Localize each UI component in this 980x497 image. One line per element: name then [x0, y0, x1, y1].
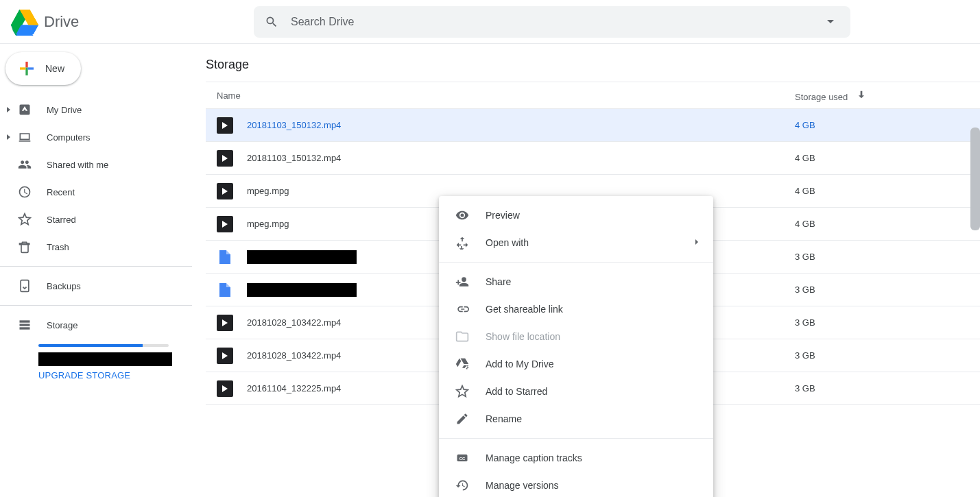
- redacted-filename: [247, 283, 357, 297]
- menu-rename[interactable]: Rename: [439, 405, 713, 433]
- search-bar[interactable]: [254, 6, 850, 38]
- menu-share[interactable]: Share: [439, 268, 713, 295]
- table-row[interactable]: 20181103_150132.mp44 GB: [206, 142, 980, 175]
- shared-icon: [16, 156, 33, 173]
- nav-label: Computers: [47, 132, 91, 143]
- video-icon: [217, 183, 233, 199]
- svg-rect-7: [20, 324, 30, 326]
- nav-label: Trash: [47, 242, 69, 252]
- svg-rect-8: [20, 327, 30, 329]
- menu-manage-versions[interactable]: Manage versions: [439, 472, 713, 497]
- eye-icon: [455, 208, 469, 222]
- file-size: 4 GB: [795, 153, 980, 163]
- scrollbar[interactable]: [970, 128, 980, 230]
- menu-preview[interactable]: Preview: [439, 202, 713, 229]
- file-name: 20181028_103422.mp4: [247, 317, 341, 328]
- menu-show-file-location: Show file location: [439, 323, 713, 350]
- file-size: 3 GB: [795, 284, 980, 295]
- plus-icon: [16, 58, 37, 79]
- file-size: 4 GB: [795, 120, 980, 130]
- nav-label: My Drive: [47, 105, 82, 115]
- context-menu: Preview Open with Share Get shareable li…: [439, 196, 713, 497]
- file-name: 20181028_103422.mp4: [247, 350, 341, 361]
- storage-quota-redacted: [38, 352, 172, 366]
- app-name: Drive: [44, 13, 79, 31]
- video-icon: [217, 380, 233, 397]
- redacted-filename: [247, 250, 357, 264]
- sidebar-item-computers[interactable]: Computers: [0, 123, 192, 151]
- star-icon: [455, 385, 469, 398]
- menu-get-link[interactable]: Get shareable link: [439, 295, 713, 323]
- trash-icon: [16, 239, 33, 255]
- search-options-dropdown-icon[interactable]: [827, 20, 834, 23]
- document-icon: [217, 249, 233, 265]
- drive-logo[interactable]: Drive: [8, 8, 171, 36]
- separator: [0, 305, 192, 306]
- menu-open-with[interactable]: Open with: [439, 229, 713, 256]
- svg-text:CC: CC: [459, 457, 466, 461]
- table-header: Name Storage used: [206, 82, 980, 109]
- menu-add-to-my-drive[interactable]: Add to My Drive: [439, 350, 713, 378]
- menu-add-to-starred[interactable]: Add to Starred: [439, 378, 713, 405]
- separator: [439, 438, 713, 439]
- search-icon: [265, 15, 278, 29]
- sidebar-item-backups[interactable]: Backups: [0, 272, 192, 300]
- sidebar-item-starred[interactable]: Starred: [0, 206, 192, 233]
- column-storage-used[interactable]: Storage used: [795, 89, 980, 102]
- svg-rect-6: [20, 320, 30, 322]
- file-name: 20181103_150132.mp4: [247, 120, 341, 130]
- video-icon: [217, 216, 233, 232]
- cc-icon: CC: [455, 451, 469, 465]
- link-icon: [455, 302, 469, 316]
- search-input[interactable]: [289, 15, 827, 29]
- file-size: 3 GB: [795, 383, 980, 393]
- nav-label: Recent: [47, 187, 75, 197]
- sort-descending-icon: [856, 89, 867, 100]
- drive-add-icon: [455, 357, 469, 371]
- sidebar-item-recent[interactable]: Recent: [0, 178, 192, 206]
- person-add-icon: [455, 275, 469, 289]
- sidebar-item-storage[interactable]: Storage: [0, 311, 192, 339]
- nav-label: Backups: [47, 281, 81, 291]
- separator: [0, 266, 192, 267]
- file-size: 3 GB: [795, 252, 980, 262]
- file-size: 3 GB: [795, 350, 980, 361]
- clock-icon: [16, 184, 33, 200]
- sidebar-item-my-drive[interactable]: My Drive: [0, 96, 192, 123]
- expand-icon[interactable]: [4, 107, 12, 112]
- document-icon: [217, 282, 233, 298]
- video-icon: [217, 150, 233, 167]
- new-button[interactable]: New: [5, 52, 81, 85]
- pencil-icon: [455, 412, 469, 426]
- file-size: 4 GB: [795, 219, 980, 229]
- upgrade-storage-link[interactable]: UPGRADE STORAGE: [38, 370, 192, 380]
- drive-icon: [16, 101, 33, 118]
- separator: [439, 262, 713, 263]
- computers-icon: [16, 129, 33, 145]
- page-title: Storage: [206, 44, 980, 82]
- app-header: Drive: [0, 0, 980, 44]
- backups-icon: [16, 278, 33, 294]
- video-icon: [217, 315, 233, 331]
- new-button-label: New: [45, 63, 64, 74]
- sidebar-item-trash[interactable]: Trash: [0, 233, 192, 260]
- table-row[interactable]: 20181103_150132.mp44 GB: [206, 109, 980, 142]
- video-icon: [217, 348, 233, 364]
- file-name: mpeg.mpg: [247, 219, 289, 229]
- expand-icon[interactable]: [4, 134, 12, 140]
- file-name: 20161104_132225.mp4: [247, 383, 341, 393]
- column-name[interactable]: Name: [206, 90, 795, 101]
- svg-rect-5: [21, 280, 29, 292]
- star-icon: [16, 211, 33, 228]
- open-with-icon: [455, 236, 469, 250]
- file-size: 3 GB: [795, 317, 980, 328]
- nav-label: Starred: [47, 215, 76, 225]
- menu-manage-caption-tracks[interactable]: CC Manage caption tracks: [439, 444, 713, 472]
- sidebar-item-shared-with-me[interactable]: Shared with me: [0, 151, 192, 178]
- nav-label: Storage: [47, 320, 78, 330]
- chevron-right-icon: [691, 237, 702, 250]
- file-name: mpeg.mpg: [247, 186, 289, 196]
- history-icon: [455, 478, 469, 492]
- storage-icon: [16, 317, 33, 333]
- video-icon: [217, 117, 233, 134]
